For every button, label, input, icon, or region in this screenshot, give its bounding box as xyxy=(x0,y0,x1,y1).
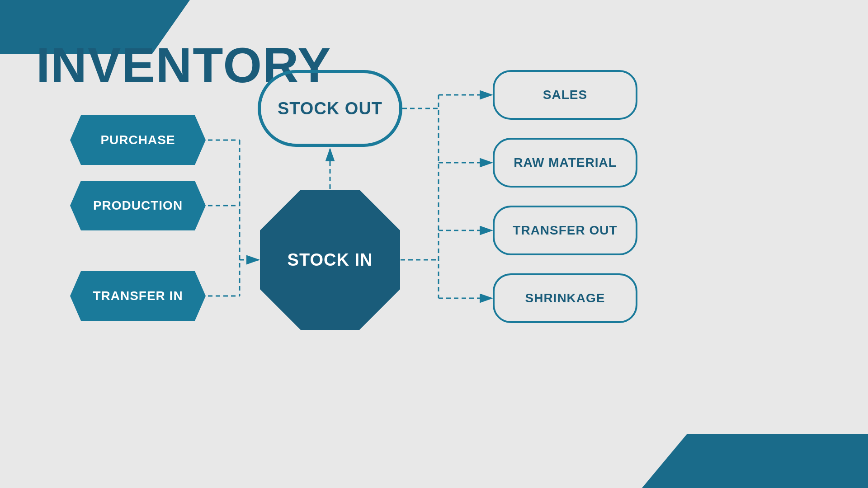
purchase-label: PURCHASE xyxy=(100,133,175,147)
raw-material-shape: RAW MATERIAL xyxy=(493,138,637,188)
transfer-out-shape: TRANSFER OUT xyxy=(493,206,637,255)
sales-shape: SALES xyxy=(493,70,637,120)
raw-material-label: RAW MATERIAL xyxy=(514,155,617,170)
transfer-in-shape: TRANSFER IN xyxy=(70,271,206,321)
stock-in-shape: STOCK IN xyxy=(260,190,400,330)
shrinkage-shape: SHRINKAGE xyxy=(493,273,637,323)
stock-in-label: STOCK IN xyxy=(288,250,373,270)
production-shape: PRODUCTION xyxy=(70,181,206,230)
sales-label: SALES xyxy=(543,88,587,102)
transfer-in-label: TRANSFER IN xyxy=(93,289,183,303)
production-label: PRODUCTION xyxy=(93,198,183,213)
purchase-shape: PURCHASE xyxy=(70,115,206,165)
shrinkage-label: SHRINKAGE xyxy=(525,291,605,305)
stock-out-shape: STOCK OUT xyxy=(258,70,402,147)
transfer-out-label: TRANSFER OUT xyxy=(513,223,617,238)
stock-out-label: STOCK OUT xyxy=(278,99,382,118)
